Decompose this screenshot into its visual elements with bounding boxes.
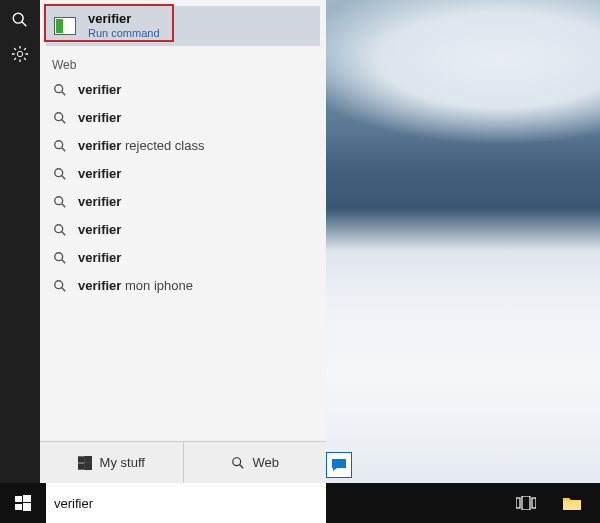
svg-rect-28 <box>23 503 31 511</box>
suggestion-item[interactable]: verifier mon iphone <box>40 272 326 300</box>
suggestion-item[interactable]: verifier <box>40 216 326 244</box>
svg-rect-26 <box>23 495 31 502</box>
suggestion-bold: verifier <box>78 194 121 209</box>
suggestion-bold: verifier <box>78 138 121 153</box>
web-scope-button[interactable]: Web <box>184 442 327 483</box>
suggestion-item[interactable]: verifier rejected class <box>40 132 326 160</box>
suggestion-rest: rejected class <box>121 138 204 153</box>
task-view-icon <box>516 496 536 510</box>
svg-rect-32 <box>563 501 581 510</box>
suggestion-item[interactable]: verifier <box>40 188 326 216</box>
svg-rect-20 <box>85 456 92 462</box>
search-panel: verifier Run command Web verifier verifi… <box>40 0 326 483</box>
windows-icon <box>15 495 31 511</box>
svg-rect-30 <box>522 496 530 510</box>
svg-point-2 <box>17 51 22 56</box>
search-sidebar <box>0 0 40 483</box>
svg-rect-21 <box>78 464 84 469</box>
svg-point-3 <box>55 84 63 92</box>
task-view-button[interactable] <box>504 483 548 523</box>
suggestion-bold: verifier <box>78 278 121 293</box>
web-suggestions: verifier verifier verifier rejected clas… <box>40 76 326 300</box>
search-icon <box>52 222 68 238</box>
suggestion-item[interactable]: verifier <box>40 244 326 272</box>
start-button[interactable] <box>0 483 46 523</box>
suggestion-bold: verifier <box>78 166 121 181</box>
search-icon <box>52 82 68 98</box>
svg-point-0 <box>13 13 23 23</box>
svg-point-15 <box>55 252 63 260</box>
gear-icon[interactable] <box>10 44 30 64</box>
file-explorer-button[interactable] <box>550 483 594 523</box>
search-icon[interactable] <box>10 10 30 30</box>
scope-buttons: My stuff Web <box>40 441 326 483</box>
search-icon <box>52 110 68 126</box>
svg-point-23 <box>232 457 240 465</box>
svg-line-10 <box>62 175 66 179</box>
feedback-icon[interactable] <box>326 452 352 478</box>
svg-rect-29 <box>516 498 520 508</box>
suggestion-item[interactable]: verifier <box>40 160 326 188</box>
web-scope-label: Web <box>253 455 280 470</box>
search-icon <box>52 250 68 266</box>
search-icon <box>52 278 68 294</box>
svg-line-4 <box>62 91 66 95</box>
best-match-result[interactable]: verifier Run command <box>46 6 320 46</box>
suggestion-bold: verifier <box>78 82 121 97</box>
svg-rect-27 <box>15 504 22 510</box>
search-icon <box>52 166 68 182</box>
suggestion-item[interactable]: verifier <box>40 76 326 104</box>
svg-point-5 <box>55 112 63 120</box>
svg-point-9 <box>55 168 63 176</box>
windows-icon <box>78 456 92 470</box>
suggestion-item[interactable]: verifier <box>40 104 326 132</box>
best-match-title: verifier <box>88 12 160 27</box>
best-match-subtitle: Run command <box>88 27 160 40</box>
svg-rect-19 <box>78 457 84 462</box>
svg-point-13 <box>55 224 63 232</box>
svg-line-24 <box>239 464 243 468</box>
search-icon <box>52 194 68 210</box>
svg-line-12 <box>62 203 66 207</box>
my-stuff-button[interactable]: My stuff <box>40 442 184 483</box>
svg-point-11 <box>55 196 63 204</box>
web-section-label: Web <box>40 50 326 76</box>
svg-rect-25 <box>15 496 22 502</box>
search-icon <box>52 138 68 154</box>
my-stuff-label: My stuff <box>100 455 145 470</box>
taskbar: verifier <box>0 483 600 523</box>
svg-point-7 <box>55 140 63 148</box>
svg-rect-31 <box>532 498 536 508</box>
svg-line-6 <box>62 119 66 123</box>
search-query-text: verifier <box>54 496 93 511</box>
svg-line-1 <box>22 22 27 27</box>
taskbar-search-input[interactable]: verifier <box>46 483 326 523</box>
svg-point-17 <box>55 280 63 288</box>
svg-line-18 <box>62 287 66 291</box>
suggestion-bold: verifier <box>78 250 121 265</box>
search-icon <box>231 456 245 470</box>
suggestion-bold: verifier <box>78 222 121 237</box>
svg-line-16 <box>62 259 66 263</box>
folder-icon <box>563 496 581 510</box>
suggestion-bold: verifier <box>78 110 121 125</box>
run-command-icon <box>54 17 76 35</box>
suggestion-rest: mon iphone <box>121 278 193 293</box>
svg-line-8 <box>62 147 66 151</box>
svg-rect-22 <box>85 463 92 470</box>
svg-line-14 <box>62 231 66 235</box>
